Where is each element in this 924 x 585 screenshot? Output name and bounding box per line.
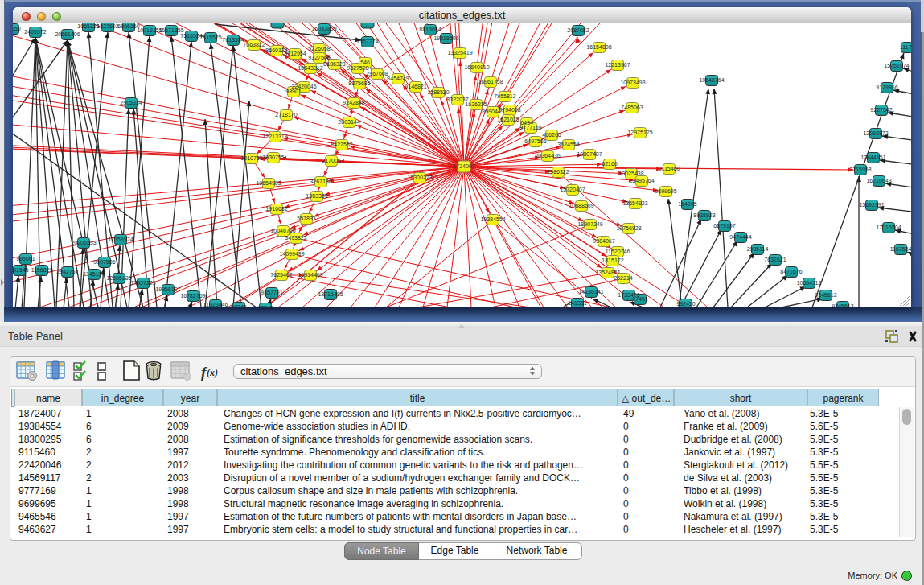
- svg-text:9115460: 9115460: [659, 166, 680, 171]
- svg-text:252214: 252214: [614, 275, 632, 281]
- svg-text:1145194: 1145194: [84, 271, 105, 277]
- svg-text:8912954: 8912954: [284, 51, 306, 56]
- svg-text:16914469: 16914469: [298, 272, 322, 278]
- svg-text:1353359: 1353359: [306, 193, 327, 199]
- svg-text:13654923: 13654923: [622, 200, 647, 206]
- svg-text:7485063: 7485063: [621, 105, 643, 110]
- svg-text:12213967: 12213967: [605, 62, 630, 68]
- svg-text:11173: 11173: [900, 44, 911, 50]
- svg-text:18907249: 18907249: [577, 221, 602, 227]
- svg-text:16782759: 16782759: [180, 293, 205, 299]
- svg-text:3215958: 3215958: [849, 167, 871, 172]
- svg-text:20364436: 20364436: [535, 153, 560, 159]
- svg-text:141361: 141361: [568, 300, 586, 306]
- svg-text:7955812: 7955812: [494, 93, 515, 99]
- svg-text:992450: 992450: [676, 301, 695, 307]
- svg-text:10654112: 10654112: [797, 280, 822, 286]
- svg-text:8375685: 8375685: [348, 80, 370, 86]
- svg-text:14136141: 14136141: [578, 289, 603, 295]
- svg-text:1167534: 1167534: [890, 246, 911, 252]
- svg-text:16210643: 16210643: [866, 178, 891, 183]
- svg-text:10973493: 10973493: [620, 80, 645, 85]
- svg-text:1327602: 1327602: [97, 23, 118, 29]
- svg-text:9777169: 9777169: [519, 125, 541, 130]
- svg-text:1815172: 1815172: [602, 257, 623, 263]
- svg-text:1930755: 1930755: [262, 154, 284, 160]
- svg-text:14099489: 14099489: [279, 251, 304, 257]
- svg-text:99150: 99150: [13, 26, 21, 31]
- svg-text:10688609: 10688609: [569, 203, 593, 208]
- svg-text:7357274: 7357274: [356, 39, 378, 44]
- svg-text:16543312: 16543312: [298, 65, 322, 71]
- svg-text:9227342: 9227342: [870, 107, 892, 113]
- svg-text:12093872: 12093872: [863, 130, 888, 136]
- svg-text:1010755: 1010755: [240, 155, 262, 161]
- svg-text:19756928: 19756928: [616, 225, 641, 231]
- svg-text:9146821: 9146821: [405, 84, 426, 89]
- svg-text:9327508: 9327508: [347, 65, 368, 71]
- svg-text:7515525: 7515525: [199, 35, 221, 40]
- svg-text:3267130: 3267130: [310, 179, 331, 184]
- svg-text:1621025: 1621025: [497, 117, 519, 122]
- svg-text:20206533: 20206533: [71, 240, 96, 245]
- svg-text:2905334: 2905334: [120, 100, 142, 105]
- svg-text:8186323: 8186323: [323, 61, 345, 67]
- svg-text:13716485: 13716485: [318, 291, 343, 297]
- svg-text:12505135: 12505135: [106, 275, 131, 281]
- svg-text:19654983: 19654983: [256, 180, 281, 186]
- svg-text:217005: 217005: [322, 158, 340, 163]
- svg-text:13524851: 13524851: [595, 270, 620, 275]
- svg-text:10025438: 10025438: [618, 171, 643, 176]
- svg-text:995061: 995061: [16, 256, 35, 262]
- svg-text:466266: 466266: [542, 132, 561, 138]
- svg-text:2087682: 2087682: [567, 27, 589, 33]
- svg-text:9129966: 9129966: [876, 84, 897, 90]
- svg-text:9384067: 9384067: [593, 238, 614, 244]
- svg-text:19384554: 19384554: [480, 216, 505, 222]
- svg-text:19218506: 19218506: [433, 35, 458, 41]
- svg-text:1916682: 1916682: [265, 206, 287, 212]
- svg-text:12444151: 12444151: [860, 154, 885, 160]
- svg-text:12975125: 12975125: [627, 130, 652, 135]
- svg-text:9327506: 9327506: [308, 55, 330, 60]
- svg-text:9245613: 9245613: [832, 303, 853, 307]
- svg-text:546: 546: [360, 60, 370, 65]
- svg-text:15751074: 15751074: [884, 63, 909, 68]
- svg-text:2935114: 2935114: [747, 246, 769, 252]
- svg-text:9242848: 9242848: [343, 100, 364, 105]
- svg-text:3624554: 3624554: [557, 142, 579, 147]
- svg-text:16033809: 16033809: [311, 26, 336, 31]
- svg-text:8454749: 8454749: [387, 76, 409, 81]
- svg-text:9245612: 9245612: [815, 292, 836, 298]
- svg-text:2942757: 2942757: [56, 269, 78, 274]
- svg-text:991546: 991546: [13, 267, 29, 273]
- svg-text:17957225: 17957225: [130, 280, 155, 286]
- svg-text:16671355: 16671355: [158, 27, 183, 33]
- svg-text:20691406: 20691406: [55, 31, 80, 37]
- svg-text:7663822: 7663822: [243, 42, 265, 47]
- svg-text:1588520: 1588520: [427, 89, 449, 95]
- svg-text:17359924: 17359924: [108, 237, 133, 242]
- svg-text:92344: 92344: [231, 304, 247, 307]
- svg-text:92345: 92345: [257, 305, 273, 307]
- svg-text:15300273: 15300273: [407, 175, 432, 180]
- svg-text:(x): (x): [207, 367, 218, 378]
- svg-text:97451: 97451: [632, 296, 648, 302]
- svg-text:10046766: 10046766: [270, 228, 295, 233]
- svg-text:15720407: 15720407: [560, 187, 585, 192]
- svg-text:9997586: 9997586: [93, 259, 115, 265]
- svg-text:5226058: 5226058: [308, 46, 330, 51]
- svg-text:11923446: 11923446: [203, 302, 228, 307]
- svg-text:8471676: 8471676: [780, 269, 802, 274]
- svg-text:7986322: 7986322: [547, 169, 569, 175]
- svg-text:13325419: 13325419: [447, 50, 472, 56]
- svg-text:9474444: 9474444: [729, 234, 751, 240]
- svg-text:3493822: 3493822: [285, 235, 306, 241]
- svg-text:6879197: 6879197: [713, 223, 735, 229]
- svg-text:23495764: 23495764: [629, 178, 654, 183]
- svg-text:19958107: 19958107: [155, 286, 180, 292]
- svg-text:1626215: 1626215: [465, 101, 487, 107]
- svg-text:2803144: 2803144: [338, 119, 359, 125]
- svg-text:11520746: 11520746: [606, 249, 630, 254]
- svg-text:10807487: 10807487: [577, 151, 602, 157]
